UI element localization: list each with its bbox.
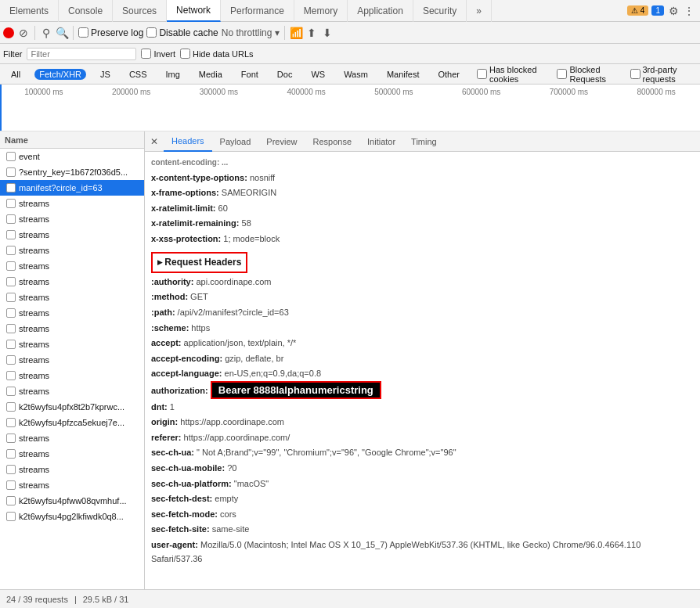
type-ws[interactable]: WS <box>306 69 330 80</box>
filter-icon[interactable]: ⚲ <box>40 27 52 39</box>
stop-icon[interactable]: ⊘ <box>17 27 30 39</box>
list-item-checkbox[interactable] <box>6 293 16 302</box>
list-item-checkbox[interactable] <box>6 214 16 224</box>
preserve-log-checkbox[interactable] <box>78 27 88 38</box>
list-item-checkbox[interactable] <box>6 308 16 318</box>
list-item-checkbox[interactable] <box>6 355 16 365</box>
list-item[interactable]: streams <box>0 321 144 336</box>
tab-network[interactable]: Network <box>167 0 221 22</box>
tab-timing[interactable]: Timing <box>403 131 445 152</box>
wifi-icon[interactable]: 📶 <box>290 27 302 39</box>
tab-sources[interactable]: Sources <box>113 0 167 22</box>
list-item-checkbox[interactable] <box>6 418 16 427</box>
list-item-checkbox[interactable] <box>6 371 16 380</box>
tab-headers[interactable]: Headers <box>164 131 212 152</box>
tab-performance[interactable]: Performance <box>221 0 294 22</box>
console-badge[interactable]: 1 <box>651 5 664 16</box>
filter-input[interactable] <box>27 48 136 60</box>
list-item-checkbox[interactable] <box>6 496 16 505</box>
settings-icon[interactable]: ⚙ <box>667 5 680 17</box>
list-item-checkbox[interactable] <box>6 449 16 459</box>
list-item[interactable]: streams <box>0 446 144 462</box>
list-item-checkbox[interactable] <box>6 261 16 271</box>
list-item-checkbox[interactable] <box>6 402 16 412</box>
type-img[interactable]: Img <box>161 69 185 80</box>
blocked-cookies-label[interactable]: Has blocked cookies <box>477 65 547 84</box>
tab-application[interactable]: Application <box>348 0 413 22</box>
list-item[interactable]: streams <box>0 336 144 352</box>
third-party-label[interactable]: 3rd-party requests <box>630 65 694 84</box>
list-item[interactable]: streams <box>0 383 144 399</box>
list-item[interactable]: k2t6wyfsu4pfx8t2b7kprwc... <box>0 399 144 415</box>
type-font[interactable]: Font <box>236 69 263 80</box>
list-item-checkbox[interactable] <box>6 434 16 443</box>
list-item[interactable]: streams <box>0 368 144 383</box>
list-item-checkbox[interactable] <box>6 246 16 255</box>
list-item[interactable]: streams <box>0 258 144 274</box>
list-item[interactable]: ?sentry_key=1b672f036d5... <box>0 164 144 180</box>
list-item-checkbox[interactable] <box>6 340 16 349</box>
tab-payload[interactable]: Payload <box>212 131 259 152</box>
blocked-requests-checkbox[interactable] <box>557 69 567 79</box>
list-item[interactable]: streams <box>0 227 144 243</box>
type-other[interactable]: Other <box>433 69 464 80</box>
list-item[interactable]: streams <box>0 430 144 446</box>
tab-security[interactable]: Security <box>413 0 467 22</box>
list-item-checkbox[interactable] <box>6 324 16 333</box>
list-item[interactable]: streams <box>0 290 144 305</box>
list-item[interactable]: streams <box>0 274 144 290</box>
list-item-checkbox[interactable] <box>6 512 16 521</box>
tab-memory[interactable]: Memory <box>294 0 348 22</box>
more-icon[interactable]: ⋮ <box>683 5 695 17</box>
list-item-checkbox[interactable] <box>6 465 16 474</box>
list-item[interactable]: streams <box>0 211 144 227</box>
invert-label[interactable]: Invert <box>141 49 175 59</box>
preserve-log-label[interactable]: Preserve log <box>78 27 143 38</box>
list-item[interactable]: streams <box>0 352 144 368</box>
type-manifest[interactable]: Manifest <box>382 69 424 80</box>
tab-preview[interactable]: Preview <box>258 131 305 152</box>
warning-badge[interactable]: ⚠ 4 <box>627 5 648 16</box>
list-item[interactable]: streams <box>0 305 144 321</box>
hide-data-urls-checkbox[interactable] <box>180 49 190 59</box>
disable-cache-checkbox[interactable] <box>146 27 157 38</box>
download-icon[interactable]: ⬇ <box>321 27 334 39</box>
tab-initiator[interactable]: Initiator <box>359 131 403 152</box>
blocked-requests-label[interactable]: Blocked Requests <box>557 65 620 84</box>
list-item-checkbox[interactable] <box>6 480 16 490</box>
list-item-checkbox[interactable] <box>6 277 16 286</box>
type-wasm[interactable]: Wasm <box>339 69 373 80</box>
list-item[interactable]: streams <box>0 243 144 258</box>
type-fetch-xhr[interactable]: Fetch/XHR <box>34 69 86 80</box>
list-item-checkbox[interactable] <box>6 183 16 192</box>
request-headers-section-header[interactable]: ▸ Request Headers <box>151 247 694 275</box>
tab-more[interactable]: » <box>467 0 492 22</box>
list-item[interactable]: streams <box>0 477 144 493</box>
type-doc[interactable]: Doc <box>272 69 298 80</box>
hide-data-urls-label[interactable]: Hide data URLs <box>180 49 254 59</box>
list-item-checkbox[interactable] <box>6 230 16 239</box>
list-item[interactable]: manifest?circle_id=63 <box>0 180 144 196</box>
invert-checkbox[interactable] <box>141 49 151 59</box>
blocked-cookies-checkbox[interactable] <box>477 69 487 79</box>
list-item[interactable]: streams <box>0 462 144 477</box>
tab-console[interactable]: Console <box>59 0 113 22</box>
type-js[interactable]: JS <box>96 69 115 80</box>
list-item-checkbox[interactable] <box>6 387 16 396</box>
disable-cache-label[interactable]: Disable cache <box>146 27 218 38</box>
list-item[interactable]: k2t6wyfsu4pg2lkfiwdk0q8... <box>0 509 144 524</box>
record-button[interactable] <box>3 27 14 38</box>
list-item-checkbox[interactable] <box>6 167 16 177</box>
list-item[interactable]: k2t6wyfsu4pfzca5ekuej7e... <box>0 415 144 430</box>
type-media[interactable]: Media <box>194 69 227 80</box>
search-icon[interactable]: 🔍 <box>56 27 68 39</box>
third-party-checkbox[interactable] <box>630 69 640 79</box>
type-css[interactable]: CSS <box>124 69 152 80</box>
list-item-checkbox[interactable] <box>6 152 16 161</box>
type-all[interactable]: All <box>6 69 25 80</box>
tab-elements[interactable]: Elements <box>0 0 59 22</box>
list-item[interactable]: streams <box>0 196 144 211</box>
upload-icon[interactable]: ⬆ <box>305 27 318 39</box>
list-item[interactable]: k2t6wyfsu4pfww08qvmhuf... <box>0 493 144 509</box>
close-button[interactable]: ✕ <box>148 135 161 148</box>
